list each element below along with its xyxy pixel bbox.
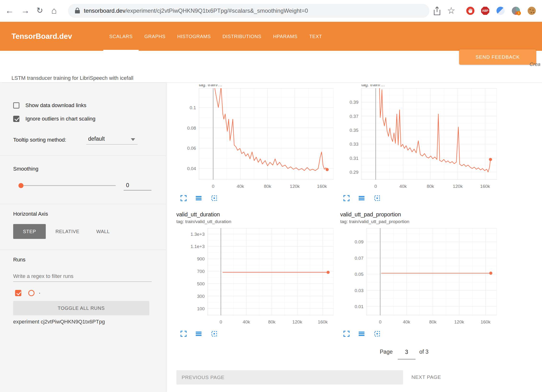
chart3-title: valid_utt_duration (176, 211, 220, 218)
tab-graphs[interactable]: GRAPHS (138, 22, 172, 51)
tab-scalars[interactable]: SCALARS (103, 22, 139, 51)
axis-wall-button[interactable]: WALL (90, 224, 116, 239)
ignore-outliers-label: Ignore outliers in chart scaling (25, 116, 95, 122)
avatar-badge: 1 (517, 11, 521, 15)
nav-tabs: SCALARS GRAPHS HISTOGRAMS DISTRIBUTIONS … (103, 22, 328, 51)
tensorboard-page: ← → ↻ ⌂ tensorboard.dev/experiment/cj2vt… (0, 0, 542, 392)
svg-text:40k: 40k (243, 319, 250, 324)
smoothing-slider-thumb[interactable] (18, 183, 23, 188)
svg-text:0.39: 0.39 (350, 100, 358, 105)
svg-text:120k: 120k (292, 319, 302, 324)
settings-sidebar: Show data download links Ignore outliers… (0, 83, 166, 392)
svg-text:160k: 160k (481, 319, 491, 324)
page-of-label: of 3 (419, 349, 428, 355)
profile-avatar[interactable]: 1 (512, 7, 520, 15)
address-bar[interactable]: tensorboard.dev/experiment/cj2vtPiwQHKN9… (68, 4, 429, 18)
run-checkbox[interactable] (15, 290, 21, 296)
svg-text:80k: 80k (427, 184, 434, 189)
toggle-all-runs-button[interactable]: TOGGLE ALL RUNS (13, 301, 149, 315)
svg-text:0.33: 0.33 (350, 142, 358, 147)
chart1-tag-clipped: tag: train/… (199, 84, 276, 88)
chart1-fullscreen-icon[interactable] (180, 195, 187, 202)
svg-text:0.08: 0.08 (187, 126, 196, 131)
svg-text:80k: 80k (429, 319, 437, 324)
chart4-data-table-icon[interactable] (358, 330, 365, 337)
scalar-chart-2[interactable]: 0.290.310.330.350.370.39040k80k120k160k (343, 88, 497, 191)
svg-text:0.29: 0.29 (350, 170, 358, 175)
back-icon[interactable]: ← (5, 5, 14, 16)
cookie-extension-icon[interactable] (528, 7, 536, 15)
svg-text:0: 0 (220, 319, 222, 324)
svg-text:0: 0 (375, 184, 377, 189)
send-feedback-button[interactable]: SEND FEEDBACK (459, 49, 536, 65)
chart4-tag: tag: train/valid_utt_pad_proportion (340, 219, 409, 224)
bookmark-star-icon[interactable]: ☆ (447, 5, 455, 16)
page-number-input[interactable] (398, 345, 415, 359)
brand-logo[interactable]: TensorBoard.dev (12, 22, 72, 51)
svg-text:40k: 40k (399, 184, 407, 189)
tooltip-sorting-value: default (86, 136, 105, 142)
tab-hparams[interactable]: HPARAMS (267, 22, 304, 51)
chart3-tag: tag: train/valid_utt_duration (176, 219, 231, 224)
svg-text:300: 300 (197, 294, 205, 299)
experiment-description: LSTM transducer training for LibriSpeech… (12, 75, 133, 81)
svg-text:0.03: 0.03 (355, 288, 363, 293)
chart2-fullscreen-icon[interactable] (343, 195, 350, 202)
axis-step-button[interactable]: STEP (13, 224, 46, 239)
chart2-data-table-icon[interactable] (358, 195, 365, 202)
home-icon[interactable]: ⌂ (51, 5, 57, 16)
next-page-button[interactable]: NEXT PAGE (411, 374, 441, 380)
smoothing-slider-track[interactable] (21, 185, 116, 186)
reload-icon[interactable]: ↻ (36, 5, 43, 16)
previous-page-button[interactable]: PREVIOUS PAGE (176, 370, 403, 385)
svg-text:80k: 80k (268, 319, 276, 324)
svg-text:120k: 120k (290, 184, 300, 189)
share-icon[interactable] (433, 6, 441, 17)
tooltip-sorting-dropdown[interactable]: default (86, 134, 138, 144)
forward-icon[interactable]: → (21, 5, 30, 16)
chart2-tag-clipped: tag: train/… (361, 84, 438, 88)
svg-text:40k: 40k (403, 319, 410, 324)
chart4-fullscreen-icon[interactable] (343, 330, 350, 337)
svg-text:80k: 80k (264, 184, 271, 189)
runs-label: Runs (13, 257, 25, 263)
chart4-title: valid_utt_pad_proportion (340, 211, 401, 218)
svg-text:40k: 40k (237, 184, 244, 189)
adblock-extension-icon[interactable] (466, 7, 474, 15)
sidebar-divider (0, 250, 166, 250)
chart2-fit-domain-icon[interactable] (374, 195, 381, 202)
tooltip-sorting-label: Tooltip sorting method: (13, 137, 66, 143)
svg-text:0.05: 0.05 (355, 272, 363, 277)
svg-text:160k: 160k (317, 184, 327, 189)
browser-toolbar: ← → ↻ ⌂ tensorboard.dev/experiment/cj2vt… (0, 0, 542, 22)
tab-distributions[interactable]: DISTRIBUTIONS (217, 22, 267, 51)
chart4-fit-domain-icon[interactable] (374, 330, 381, 337)
chart3-fit-domain-icon[interactable] (211, 330, 218, 337)
chevron-down-icon (131, 138, 135, 141)
axis-relative-button[interactable]: RELATIVE (51, 224, 84, 239)
chart3-data-table-icon[interactable] (195, 330, 202, 337)
show-download-links-label: Show data download links (25, 102, 86, 109)
smoothing-value-field[interactable]: 0 (124, 180, 151, 190)
tab-histograms[interactable]: HISTOGRAMS (171, 22, 217, 51)
ignore-outliers-checkbox[interactable] (13, 116, 19, 122)
scalar-chart-4[interactable]: 0.010.030.050.070.09040k80k120k160k (348, 228, 497, 326)
smoothing-label: Smoothing (13, 166, 38, 172)
svg-text:0.01: 0.01 (355, 304, 363, 309)
tab-text[interactable]: TEXT (303, 22, 328, 51)
chart3-fullscreen-icon[interactable] (180, 330, 187, 337)
sidebar-divider (0, 155, 166, 156)
scalar-chart-3[interactable]: 1003005007009001.1e+31.3e+3040k80k120k16… (189, 228, 334, 326)
chart1-fit-domain-icon[interactable] (211, 195, 218, 202)
abp-extension-icon[interactable]: ABP (481, 7, 489, 15)
svg-text:900: 900 (197, 256, 205, 261)
runs-filter-input[interactable] (13, 271, 152, 282)
chart1-data-table-icon[interactable] (195, 195, 202, 202)
scalar-chart-1[interactable]: 0.040.060.080.1040k80k120k160k (180, 88, 334, 191)
svg-text:0.04: 0.04 (187, 166, 196, 171)
lock-icon (75, 8, 80, 14)
app-header: TensorBoard.dev SCALARS GRAPHS HISTOGRAM… (0, 22, 542, 51)
show-download-links-checkbox[interactable] (13, 102, 19, 109)
svg-text:0: 0 (212, 184, 214, 189)
blue-extension-icon[interactable] (496, 7, 505, 15)
